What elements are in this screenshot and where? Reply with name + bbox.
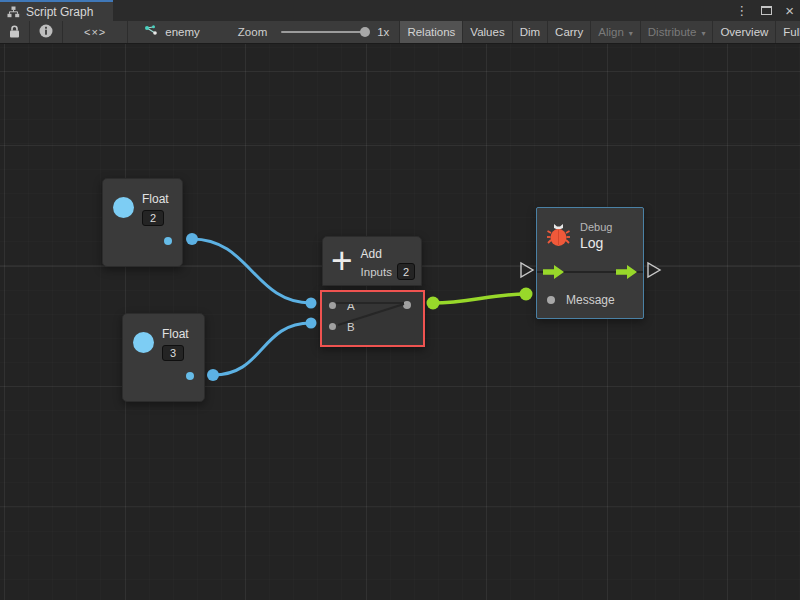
graph-hierarchy-icon bbox=[7, 6, 20, 18]
carry-button-label: Carry bbox=[555, 26, 583, 38]
graph-toolbar: <×> enemy Zoom 1x Relations bbox=[0, 21, 800, 44]
maximize-icon[interactable] bbox=[761, 6, 772, 15]
toolbar-button-group: Relations Values Dim Carry Align ▾ Distr… bbox=[399, 21, 800, 43]
zoom-slider[interactable] bbox=[281, 31, 369, 33]
port-row-b: B bbox=[322, 316, 423, 337]
relations-button-label: Relations bbox=[407, 26, 455, 38]
node-title: Log bbox=[580, 235, 612, 251]
float-node-2-head: Float 3 bbox=[123, 314, 204, 361]
float-node-1-head: Float 2 bbox=[103, 179, 182, 226]
full-screen-button-label: Full Screen bbox=[783, 26, 800, 38]
add-node[interactable]: + Add Inputs 2 bbox=[322, 236, 422, 286]
values-button-label: Values bbox=[470, 26, 504, 38]
graph-icon bbox=[144, 25, 158, 39]
flow-in-triangle-icon[interactable] bbox=[521, 263, 533, 277]
info-button[interactable] bbox=[30, 21, 63, 43]
node-category: Debug bbox=[580, 221, 612, 233]
carry-button[interactable]: Carry bbox=[548, 21, 591, 43]
inputs-count-field[interactable]: 2 bbox=[397, 263, 415, 280]
dim-button[interactable]: Dim bbox=[513, 21, 548, 43]
float-output-port[interactable] bbox=[164, 237, 172, 245]
close-icon[interactable]: × bbox=[785, 0, 794, 21]
tab-script-graph[interactable]: Script Graph bbox=[0, 0, 113, 21]
float-value-field[interactable]: 2 bbox=[142, 210, 164, 226]
float-output-port[interactable] bbox=[186, 372, 194, 380]
wire-float2-to-add-b[interactable] bbox=[213, 323, 311, 375]
control-flow-row bbox=[537, 259, 643, 285]
chevron-down-icon: ▾ bbox=[629, 29, 633, 38]
port-a-label: A bbox=[347, 300, 355, 312]
zoom-control: Zoom 1x bbox=[238, 21, 400, 43]
align-button-label: Align bbox=[598, 26, 624, 38]
message-port-row: Message bbox=[537, 293, 643, 307]
preview-code-button[interactable]: <×> bbox=[63, 21, 128, 43]
input-port-a[interactable] bbox=[329, 302, 336, 309]
lock-icon bbox=[9, 25, 20, 40]
float-node-2[interactable]: Float 3 bbox=[122, 313, 205, 402]
window-controls: ⋮ × bbox=[735, 0, 794, 21]
zoom-label: Zoom bbox=[238, 26, 267, 38]
wire-add-to-debug-message[interactable] bbox=[433, 294, 526, 303]
align-button[interactable]: Align ▾ bbox=[591, 21, 641, 43]
graph-reference[interactable]: enemy bbox=[128, 21, 212, 43]
dim-button-label: Dim bbox=[520, 26, 540, 38]
bug-icon bbox=[546, 221, 571, 251]
chevron-down-icon: ▾ bbox=[701, 29, 705, 38]
distribute-button-label: Distribute bbox=[648, 26, 697, 38]
wire-float1-to-add-a[interactable] bbox=[192, 239, 311, 303]
graph-name: enemy bbox=[165, 26, 200, 38]
zoom-value: 1x bbox=[377, 26, 389, 38]
overview-button[interactable]: Overview bbox=[713, 21, 776, 43]
inputs-label: Inputs bbox=[361, 266, 392, 278]
float-value-field[interactable]: 3 bbox=[162, 345, 184, 361]
script-graph-window: Script Graph ⋮ × bbox=[0, 0, 800, 600]
tab-strip: Script Graph ⋮ × bbox=[0, 0, 800, 21]
code-icon: <×> bbox=[70, 26, 120, 38]
node-title: Add bbox=[361, 242, 415, 261]
tab-title: Script Graph bbox=[26, 5, 93, 19]
node-title: Float bbox=[162, 327, 189, 341]
add-inputs-row: Inputs 2 bbox=[361, 263, 415, 280]
lock-button[interactable] bbox=[0, 21, 30, 43]
overview-button-label: Overview bbox=[720, 26, 768, 38]
debug-node-head: Debug Log bbox=[537, 208, 643, 251]
float-node-1[interactable]: Float 2 bbox=[102, 178, 183, 267]
debug-log-node[interactable]: Debug Log Message bbox=[536, 207, 644, 319]
zoom-slider-handle[interactable] bbox=[360, 27, 370, 37]
control-output-arrow-icon[interactable] bbox=[616, 265, 637, 283]
values-button[interactable]: Values bbox=[463, 21, 512, 43]
node-title: Float bbox=[142, 192, 169, 206]
plus-icon: + bbox=[331, 242, 353, 285]
control-input-arrow-icon[interactable] bbox=[543, 265, 564, 283]
distribute-button[interactable]: Distribute ▾ bbox=[641, 21, 714, 43]
message-input-port[interactable] bbox=[547, 296, 555, 304]
kebab-menu-icon[interactable]: ⋮ bbox=[735, 0, 748, 21]
float-type-icon bbox=[133, 332, 154, 353]
flow-out-triangle-icon[interactable] bbox=[648, 263, 660, 277]
float-type-icon bbox=[113, 197, 134, 218]
add-output-port[interactable] bbox=[403, 301, 411, 309]
add-node-ports-selected[interactable]: A B bbox=[320, 290, 425, 347]
info-icon bbox=[39, 24, 53, 40]
graph-canvas[interactable]: Float 2 Float 3 + Add Input bbox=[0, 44, 800, 600]
port-b-label: B bbox=[347, 321, 355, 333]
relations-button[interactable]: Relations bbox=[400, 21, 463, 43]
input-port-b[interactable] bbox=[329, 323, 336, 330]
full-screen-button[interactable]: Full Screen bbox=[776, 21, 800, 43]
message-port-label: Message bbox=[566, 293, 615, 307]
